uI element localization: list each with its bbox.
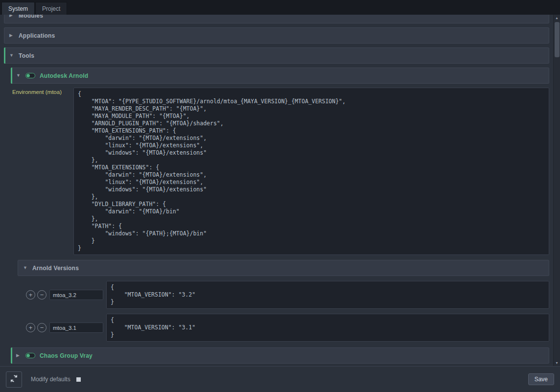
- tools-section-content: ▼ Autodesk Arnold Environment (mtoa) { "…: [11, 68, 549, 364]
- chevron-right-icon: ▶: [16, 353, 21, 358]
- add-version-button[interactable]: +: [26, 323, 35, 332]
- section-header-applications[interactable]: ▶ Applications: [4, 27, 549, 44]
- version-name-input[interactable]: [49, 323, 103, 333]
- environment-label: Environment (mtoa): [11, 88, 73, 255]
- scroll-down-arrow[interactable]: ▼: [554, 360, 560, 366]
- tab-project[interactable]: Project: [35, 2, 67, 15]
- section-header-arnold-versions[interactable]: ▼ Arnold Versions: [18, 260, 549, 276]
- refresh-button[interactable]: [6, 371, 22, 388]
- arnold-section-content: Environment (mtoa) { "MTOA": "{PYPE_STUD…: [11, 88, 549, 342]
- section-header-autodesk-arnold[interactable]: ▼ Autodesk Arnold: [11, 68, 549, 84]
- chevron-down-icon: ▼: [23, 266, 28, 270]
- remove-version-button[interactable]: −: [37, 323, 47, 332]
- footer-bar: Modify defaults Save: [0, 366, 560, 392]
- vray-enabled-toggle[interactable]: [25, 353, 35, 358]
- modify-defaults-label: Modify defaults: [31, 376, 70, 383]
- section-label-tools: Tools: [19, 52, 34, 59]
- version-name-input[interactable]: [49, 290, 103, 300]
- chevron-right-icon: ▶: [9, 33, 14, 38]
- refresh-icon: [10, 374, 18, 384]
- scroll-up-arrow[interactable]: ▲: [554, 15, 560, 21]
- version-json-input[interactable]: { "MTOA_VERSION": "3.1" }: [106, 314, 549, 342]
- scrollbar-thumb[interactable]: [555, 22, 560, 57]
- settings-scroll-area: ▶ Modules ▶ Applications ▼ Tools ▼ Autod…: [0, 15, 560, 366]
- save-button[interactable]: Save: [528, 373, 554, 385]
- tab-system[interactable]: System: [1, 2, 35, 15]
- environment-field-row: Environment (mtoa) { "MTOA": "{PYPE_STUD…: [11, 88, 549, 255]
- toggle-knob-icon: [26, 74, 30, 77]
- remove-version-button[interactable]: −: [37, 290, 47, 300]
- toggle-knob-icon: [26, 354, 30, 357]
- section-header-chaos-group-vray[interactable]: ▶ Chaos Group Vray: [11, 347, 549, 364]
- chevron-down-icon: ▼: [9, 53, 14, 58]
- section-label-arnold-versions: Arnold Versions: [32, 265, 79, 272]
- modify-defaults-checkbox[interactable]: [76, 377, 81, 382]
- section-label-applications: Applications: [19, 32, 55, 39]
- version-row: + − { "MTOA_VERSION": "3.1" }: [26, 314, 549, 342]
- environment-json-input[interactable]: { "MTOA": "{PYPE_STUDIO_SOFTWARE}/arnold…: [73, 88, 549, 255]
- section-label-modules: Modules: [19, 15, 43, 19]
- section-header-tools[interactable]: ▼ Tools: [4, 47, 549, 64]
- settings-content: ▶ Modules ▶ Applications ▼ Tools ▼ Autod…: [0, 15, 553, 366]
- settings-window: System Project ▶ Modules ▶ Applications …: [0, 0, 560, 392]
- arnold-enabled-toggle[interactable]: [25, 73, 35, 78]
- chevron-down-icon: ▼: [16, 73, 21, 78]
- section-label-autodesk-arnold: Autodesk Arnold: [40, 72, 88, 79]
- tab-bar: System Project: [0, 0, 560, 15]
- vertical-scrollbar[interactable]: ▲ ▼: [553, 15, 560, 366]
- section-label-chaos-group-vray: Chaos Group Vray: [40, 352, 93, 359]
- section-header-modules[interactable]: ▶ Modules: [4, 15, 549, 23]
- version-row: + − { "MTOA_VERSION": "3.2" }: [26, 281, 549, 309]
- version-json-input[interactable]: { "MTOA_VERSION": "3.2" }: [106, 281, 549, 309]
- add-version-button[interactable]: +: [26, 290, 35, 300]
- chevron-right-icon: ▶: [9, 15, 14, 18]
